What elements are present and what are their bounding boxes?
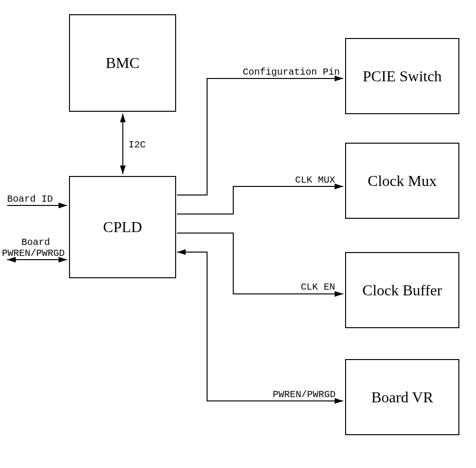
bmc-label: BMC bbox=[106, 54, 139, 72]
board-vr-box: Board VR bbox=[345, 359, 459, 435]
board-vr-label: Board VR bbox=[371, 389, 433, 406]
pwren-pwrgd-label: PWREN/PWRGD bbox=[273, 389, 336, 400]
clock-mux-box: Clock Mux bbox=[345, 143, 459, 219]
board-pwr-label-1: Board bbox=[21, 237, 50, 248]
pcie-switch-label: PCIE Switch bbox=[363, 68, 442, 85]
pcie-switch-box: PCIE Switch bbox=[345, 38, 459, 114]
clk-en-label: CLK EN bbox=[301, 282, 335, 292]
cpld-label: CPLD bbox=[103, 218, 142, 236]
cpld-box: CPLD bbox=[69, 176, 176, 278]
clock-buffer-box: Clock Buffer bbox=[345, 252, 459, 328]
board-id-label: Board ID bbox=[7, 194, 53, 205]
bmc-box: BMC bbox=[69, 14, 176, 112]
board-pwr-label-2: PWREN/PWRGD bbox=[2, 248, 65, 259]
clock-buffer-label: Clock Buffer bbox=[362, 282, 442, 299]
clock-mux-label: Clock Mux bbox=[368, 172, 437, 190]
i2c-label: I2C bbox=[129, 139, 146, 150]
config-pin-label: Configuration Pin bbox=[243, 67, 340, 78]
clk-mux-label: CLK MUX bbox=[295, 175, 335, 185]
